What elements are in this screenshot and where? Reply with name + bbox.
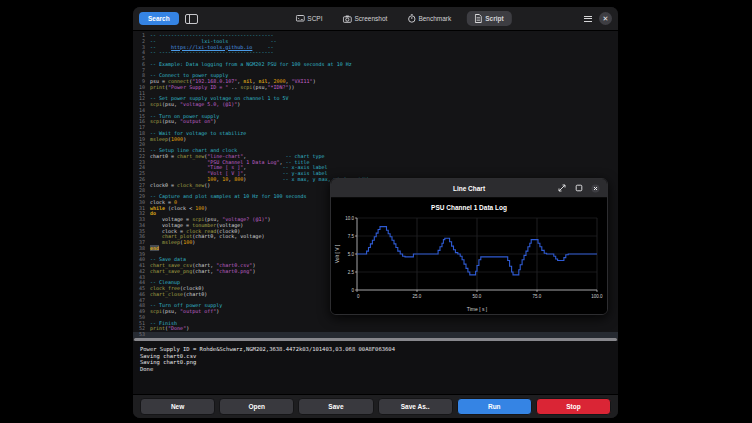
camera-icon (342, 15, 351, 23)
code-text: msleep(1000) (148, 137, 186, 143)
y-tick-label: 0 (351, 288, 354, 293)
console-line: Done (140, 366, 611, 373)
close-icon[interactable] (590, 183, 601, 194)
code-text: clock0 = clock_new() (148, 183, 210, 189)
action-bar: NewOpenSaveSave As..RunStop (133, 394, 618, 418)
code-text: chart_save_png(chart, "chart0.png") (148, 269, 255, 275)
line-chart-plot: 02.55.07.510.0025.050.075.0100.0Time [ s… (331, 198, 608, 315)
y-tick-label: 7.5 (348, 234, 355, 239)
window-close-icon[interactable]: ✕ (599, 12, 612, 25)
code-text (148, 332, 150, 338)
x-tick-label: 75.0 (533, 294, 542, 299)
save-as-button[interactable]: Save As.. (378, 398, 453, 415)
code-text: chart_close(chart0) (148, 292, 207, 298)
x-tick-label: 50.0 (473, 294, 482, 299)
code-text: -- Example: Data logging from a NGM202 P… (148, 62, 352, 68)
y-axis-label: Volt [ V ] (334, 244, 340, 263)
code-text: -- -------------------------------------… (148, 50, 273, 56)
x-tick-label: 100.0 (591, 294, 603, 299)
tab-label: Screenshot (354, 15, 387, 22)
tab-screenshot[interactable]: Screenshot (338, 12, 391, 26)
menu-icon[interactable] (584, 16, 592, 22)
x-tick-label: 0 (357, 294, 360, 299)
expand-icon[interactable] (556, 183, 567, 194)
header-right-controls: ✕ (584, 12, 612, 25)
chart-area: PSU Channel 1 Data Log 02.55.07.510.0025… (331, 198, 607, 315)
code-text: scpi(psu, "output off") (148, 309, 219, 315)
code-text: print("Power Supply ID = " .. scpi(psu,"… (148, 85, 295, 91)
stop-button[interactable]: Stop (536, 398, 611, 415)
y-tick-label: 10.0 (345, 216, 354, 221)
tab-scpi[interactable]: SCPI (291, 12, 326, 26)
run-button[interactable]: Run (457, 398, 532, 415)
save-button[interactable]: Save (298, 398, 373, 415)
tab-label: Benchmark (418, 15, 451, 22)
line-chart-window: Line Chart PSU Channel 1 Data Log 02.55.… (330, 178, 608, 315)
header-bar: Search SCPIScreenshotBenchmarkScript ✕ (133, 7, 618, 31)
y-tick-label: 5.0 (348, 252, 355, 257)
code-text: scpi(psu, "voltage 5.0, (@1)") (148, 102, 240, 108)
tab-benchmark[interactable]: Benchmark (403, 11, 455, 26)
open-button[interactable]: Open (219, 398, 294, 415)
tab-script[interactable]: Script (467, 11, 511, 26)
stopwatch-icon (407, 14, 415, 23)
code-line[interactable]: 53 (133, 332, 618, 338)
line-number: 53 (133, 332, 148, 338)
new-button[interactable]: New (140, 398, 215, 415)
code-text: scpi(psu, "output on") (148, 119, 216, 125)
chart-window-titlebar[interactable]: Line Chart (331, 179, 607, 198)
tab-bar: SCPIScreenshotBenchmarkScript (291, 11, 511, 26)
script-icon (475, 14, 482, 23)
tab-label: SCPI (307, 15, 322, 22)
maximize-icon[interactable] (573, 183, 584, 194)
sidebar-toggle-icon[interactable] (185, 14, 198, 24)
console-output: Power Supply ID = Rohde&Schwarz,NGM202,3… (133, 341, 618, 394)
chart-window-controls (556, 183, 601, 194)
app-window: Search SCPIScreenshotBenchmarkScript ✕ 1… (133, 7, 618, 418)
scpi-icon (295, 15, 304, 23)
x-axis-label: Time [ s ] (467, 306, 488, 312)
tab-label: Script (485, 15, 503, 22)
search-button[interactable]: Search (139, 12, 179, 25)
x-tick-label: 25.0 (413, 294, 422, 299)
y-tick-label: 2.5 (348, 270, 355, 275)
code-text: print("Done") (148, 326, 189, 332)
code-text: while (clock < 100) (148, 206, 207, 212)
